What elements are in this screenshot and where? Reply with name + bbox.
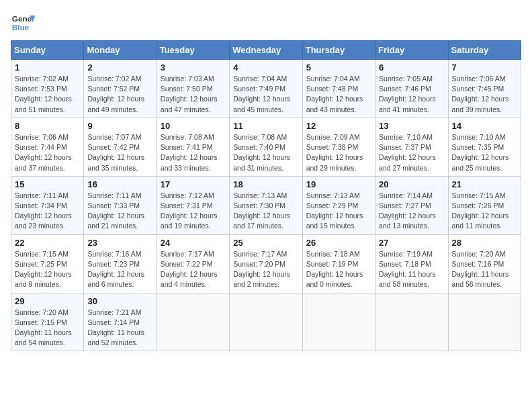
day-number: 3 bbox=[161, 62, 226, 73]
day-detail: Sunrise: 7:09 AM Sunset: 7:38 PM Dayligh… bbox=[306, 132, 371, 173]
logo: General Blue bbox=[11, 11, 35, 35]
calendar-header-row: SundayMondayTuesdayWednesdayThursdayFrid… bbox=[11, 41, 521, 60]
calendar-cell: 5Sunrise: 7:04 AM Sunset: 7:48 PM Daylig… bbox=[302, 60, 375, 118]
day-number: 5 bbox=[306, 62, 371, 73]
calendar-cell: 10Sunrise: 7:08 AM Sunset: 7:41 PM Dayli… bbox=[157, 118, 229, 176]
calendar-cell bbox=[230, 293, 302, 351]
day-detail: Sunrise: 7:06 AM Sunset: 7:44 PM Dayligh… bbox=[15, 132, 80, 173]
day-detail: Sunrise: 7:04 AM Sunset: 7:49 PM Dayligh… bbox=[233, 74, 298, 115]
day-number: 7 bbox=[452, 62, 517, 73]
day-number: 14 bbox=[452, 121, 517, 131]
day-detail: Sunrise: 7:10 AM Sunset: 7:35 PM Dayligh… bbox=[452, 132, 517, 173]
day-detail: Sunrise: 7:17 AM Sunset: 7:22 PM Dayligh… bbox=[161, 249, 226, 290]
calendar-row: 15Sunrise: 7:11 AM Sunset: 7:34 PM Dayli… bbox=[11, 176, 521, 234]
calendar-row: 29Sunrise: 7:20 AM Sunset: 7:15 PM Dayli… bbox=[11, 293, 521, 351]
calendar-table: SundayMondayTuesdayWednesdayThursdayFrid… bbox=[11, 40, 521, 351]
calendar-cell: 4Sunrise: 7:04 AM Sunset: 7:49 PM Daylig… bbox=[230, 60, 302, 118]
day-detail: Sunrise: 7:02 AM Sunset: 7:53 PM Dayligh… bbox=[15, 74, 80, 115]
calendar-cell: 14Sunrise: 7:10 AM Sunset: 7:35 PM Dayli… bbox=[448, 118, 521, 176]
calendar-cell: 9Sunrise: 7:07 AM Sunset: 7:42 PM Daylig… bbox=[84, 118, 157, 176]
day-number: 2 bbox=[87, 62, 152, 73]
day-number: 15 bbox=[15, 179, 80, 189]
day-number: 10 bbox=[161, 121, 226, 131]
day-header-tuesday: Tuesday bbox=[157, 41, 229, 60]
day-header-saturday: Saturday bbox=[448, 41, 521, 60]
calendar-row: 22Sunrise: 7:15 AM Sunset: 7:25 PM Dayli… bbox=[11, 234, 521, 293]
day-detail: Sunrise: 7:16 AM Sunset: 7:23 PM Dayligh… bbox=[87, 249, 152, 290]
page-header: General Blue bbox=[11, 11, 521, 35]
day-number: 28 bbox=[452, 238, 517, 248]
day-detail: Sunrise: 7:21 AM Sunset: 7:14 PM Dayligh… bbox=[87, 308, 152, 349]
calendar-cell: 24Sunrise: 7:17 AM Sunset: 7:22 PM Dayli… bbox=[157, 234, 229, 293]
day-number: 17 bbox=[161, 179, 226, 189]
day-number: 1 bbox=[15, 62, 80, 73]
day-number: 30 bbox=[87, 296, 152, 306]
calendar-cell: 29Sunrise: 7:20 AM Sunset: 7:15 PM Dayli… bbox=[11, 293, 84, 351]
calendar-cell: 6Sunrise: 7:05 AM Sunset: 7:46 PM Daylig… bbox=[375, 60, 448, 118]
calendar-cell: 17Sunrise: 7:12 AM Sunset: 7:31 PM Dayli… bbox=[157, 176, 229, 234]
calendar-cell: 18Sunrise: 7:13 AM Sunset: 7:30 PM Dayli… bbox=[230, 176, 302, 234]
day-number: 11 bbox=[233, 121, 298, 131]
calendar-cell bbox=[157, 293, 229, 351]
day-detail: Sunrise: 7:10 AM Sunset: 7:37 PM Dayligh… bbox=[379, 132, 444, 173]
day-number: 21 bbox=[452, 179, 517, 189]
day-detail: Sunrise: 7:08 AM Sunset: 7:41 PM Dayligh… bbox=[161, 132, 226, 173]
day-header-wednesday: Wednesday bbox=[230, 41, 302, 60]
day-detail: Sunrise: 7:13 AM Sunset: 7:30 PM Dayligh… bbox=[233, 191, 298, 232]
day-detail: Sunrise: 7:11 AM Sunset: 7:33 PM Dayligh… bbox=[87, 191, 152, 232]
day-number: 4 bbox=[233, 62, 298, 73]
calendar-cell: 28Sunrise: 7:20 AM Sunset: 7:16 PM Dayli… bbox=[448, 234, 521, 293]
calendar-cell: 21Sunrise: 7:15 AM Sunset: 7:26 PM Dayli… bbox=[448, 176, 521, 234]
day-detail: Sunrise: 7:06 AM Sunset: 7:45 PM Dayligh… bbox=[452, 74, 517, 115]
day-detail: Sunrise: 7:14 AM Sunset: 7:27 PM Dayligh… bbox=[379, 191, 444, 232]
day-detail: Sunrise: 7:03 AM Sunset: 7:50 PM Dayligh… bbox=[161, 74, 226, 115]
calendar-cell: 23Sunrise: 7:16 AM Sunset: 7:23 PM Dayli… bbox=[84, 234, 157, 293]
day-detail: Sunrise: 7:15 AM Sunset: 7:25 PM Dayligh… bbox=[15, 249, 80, 290]
day-number: 23 bbox=[87, 238, 152, 248]
day-header-sunday: Sunday bbox=[11, 41, 84, 60]
day-detail: Sunrise: 7:04 AM Sunset: 7:48 PM Dayligh… bbox=[306, 74, 371, 115]
calendar-cell bbox=[302, 293, 375, 351]
day-detail: Sunrise: 7:17 AM Sunset: 7:20 PM Dayligh… bbox=[233, 249, 298, 290]
day-number: 13 bbox=[379, 121, 444, 131]
day-detail: Sunrise: 7:05 AM Sunset: 7:46 PM Dayligh… bbox=[379, 74, 444, 115]
day-detail: Sunrise: 7:07 AM Sunset: 7:42 PM Dayligh… bbox=[87, 132, 152, 173]
day-header-monday: Monday bbox=[84, 41, 157, 60]
calendar-cell: 7Sunrise: 7:06 AM Sunset: 7:45 PM Daylig… bbox=[448, 60, 521, 118]
day-number: 25 bbox=[233, 238, 298, 248]
day-number: 29 bbox=[15, 296, 80, 306]
day-detail: Sunrise: 7:08 AM Sunset: 7:40 PM Dayligh… bbox=[233, 132, 298, 173]
day-number: 12 bbox=[306, 121, 371, 131]
day-detail: Sunrise: 7:19 AM Sunset: 7:18 PM Dayligh… bbox=[379, 249, 444, 290]
day-number: 19 bbox=[306, 179, 371, 189]
calendar-cell: 20Sunrise: 7:14 AM Sunset: 7:27 PM Dayli… bbox=[375, 176, 448, 234]
day-detail: Sunrise: 7:20 AM Sunset: 7:16 PM Dayligh… bbox=[452, 249, 517, 290]
day-number: 22 bbox=[15, 238, 80, 248]
logo-icon: General Blue bbox=[11, 11, 35, 35]
calendar-cell: 12Sunrise: 7:09 AM Sunset: 7:38 PM Dayli… bbox=[302, 118, 375, 176]
day-number: 18 bbox=[233, 179, 298, 189]
calendar-cell: 3Sunrise: 7:03 AM Sunset: 7:50 PM Daylig… bbox=[157, 60, 229, 118]
day-detail: Sunrise: 7:20 AM Sunset: 7:15 PM Dayligh… bbox=[15, 308, 80, 349]
day-detail: Sunrise: 7:13 AM Sunset: 7:29 PM Dayligh… bbox=[306, 191, 371, 232]
calendar-row: 8Sunrise: 7:06 AM Sunset: 7:44 PM Daylig… bbox=[11, 118, 521, 176]
day-number: 20 bbox=[379, 179, 444, 189]
calendar-cell: 26Sunrise: 7:18 AM Sunset: 7:19 PM Dayli… bbox=[302, 234, 375, 293]
day-detail: Sunrise: 7:11 AM Sunset: 7:34 PM Dayligh… bbox=[15, 191, 80, 232]
calendar-cell: 8Sunrise: 7:06 AM Sunset: 7:44 PM Daylig… bbox=[11, 118, 84, 176]
day-number: 26 bbox=[306, 238, 371, 248]
day-detail: Sunrise: 7:12 AM Sunset: 7:31 PM Dayligh… bbox=[161, 191, 226, 232]
day-number: 24 bbox=[161, 238, 226, 248]
calendar-cell: 16Sunrise: 7:11 AM Sunset: 7:33 PM Dayli… bbox=[84, 176, 157, 234]
calendar-cell bbox=[375, 293, 448, 351]
day-detail: Sunrise: 7:02 AM Sunset: 7:52 PM Dayligh… bbox=[87, 74, 152, 115]
calendar-cell: 19Sunrise: 7:13 AM Sunset: 7:29 PM Dayli… bbox=[302, 176, 375, 234]
calendar-cell: 11Sunrise: 7:08 AM Sunset: 7:40 PM Dayli… bbox=[230, 118, 302, 176]
calendar-cell: 25Sunrise: 7:17 AM Sunset: 7:20 PM Dayli… bbox=[230, 234, 302, 293]
day-detail: Sunrise: 7:18 AM Sunset: 7:19 PM Dayligh… bbox=[306, 249, 371, 290]
day-header-thursday: Thursday bbox=[302, 41, 375, 60]
day-number: 16 bbox=[87, 179, 152, 189]
calendar-cell: 1Sunrise: 7:02 AM Sunset: 7:53 PM Daylig… bbox=[11, 60, 84, 118]
svg-text:Blue: Blue bbox=[12, 23, 30, 32]
day-number: 6 bbox=[379, 62, 444, 73]
